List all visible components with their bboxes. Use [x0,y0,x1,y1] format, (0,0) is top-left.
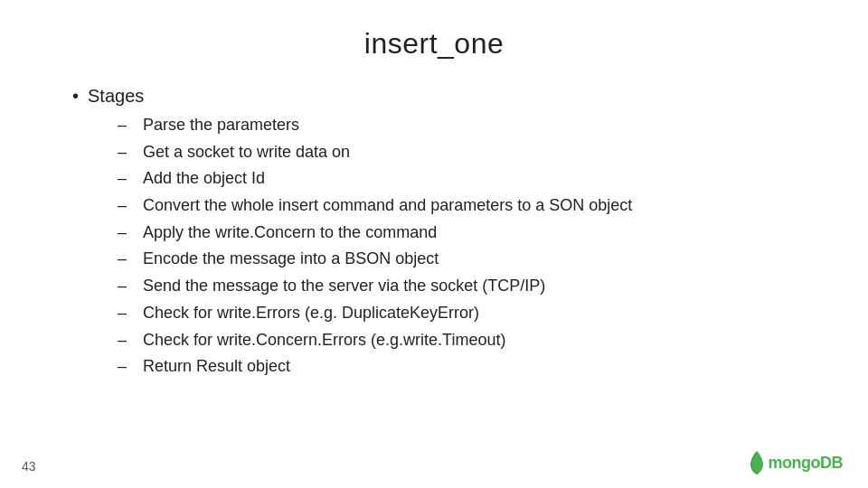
list-item: –Convert the whole insert command and pa… [118,192,814,220]
logo-text-accent: DB [820,454,843,472]
list-item-text: Check for write.Concern.Errors (e.g.writ… [143,327,505,354]
list-item-dash: – [118,300,132,327]
list-item: –Parse the parameters [118,112,814,139]
list-item: –Get a socket to write data on [118,139,814,166]
bullet-dot: • [72,86,79,107]
list-item-text: Check for write.Errors (e.g. DuplicateKe… [143,300,479,327]
list-item-text: Add the object Id [143,165,265,192]
mongodb-leaf-icon [747,450,767,475]
list-item: –Add the object Id [118,165,814,192]
list-item-dash: – [118,112,132,139]
list-item: –Return Result object [118,353,814,380]
list-item: –Check for write.Concern.Errors (e.g.wri… [118,327,814,354]
list-item-dash: – [118,353,132,380]
list-item-dash: – [118,327,132,354]
slide: insert_one • Stages –Parse the parameter… [0,0,868,488]
list-item-dash: – [118,246,132,273]
list-item-text: Parse the parameters [143,112,299,139]
list-item: –Check for write.Errors (e.g. DuplicateK… [118,300,814,327]
list-item-dash: – [118,220,132,247]
list-item-dash: – [118,192,132,220]
list-item-text: Apply the write.Concern to the command [143,220,437,247]
bullet-label: Stages [88,86,144,107]
list-item-text: Get a socket to write data on [143,139,350,166]
list-item-text: Convert the whole insert command and par… [143,192,632,220]
list-item: –Encode the message into a BSON object [118,246,814,273]
list-item-dash: – [118,139,132,166]
list-item: –Apply the write.Concern to the command [118,220,814,247]
sub-items-list: –Parse the parameters–Get a socket to wr… [72,112,814,380]
list-item: –Send the message to the server via the … [118,273,814,300]
logo-text-plain: mongo [769,454,821,472]
slide-title: insert_one [54,27,814,61]
list-item-text: Encode the message into a BSON object [143,246,439,273]
list-item-text: Return Result object [143,353,290,380]
content-area: • Stages –Parse the parameters–Get a soc… [54,86,814,380]
list-item-dash: – [118,165,132,192]
main-bullet: • Stages [72,86,814,107]
mongodb-logo-text: mongoDB [769,454,844,473]
list-item-text: Send the message to the server via the s… [143,273,545,300]
mongodb-logo: mongoDB [747,450,844,475]
list-item-dash: – [118,273,132,300]
slide-number: 43 [22,459,36,474]
